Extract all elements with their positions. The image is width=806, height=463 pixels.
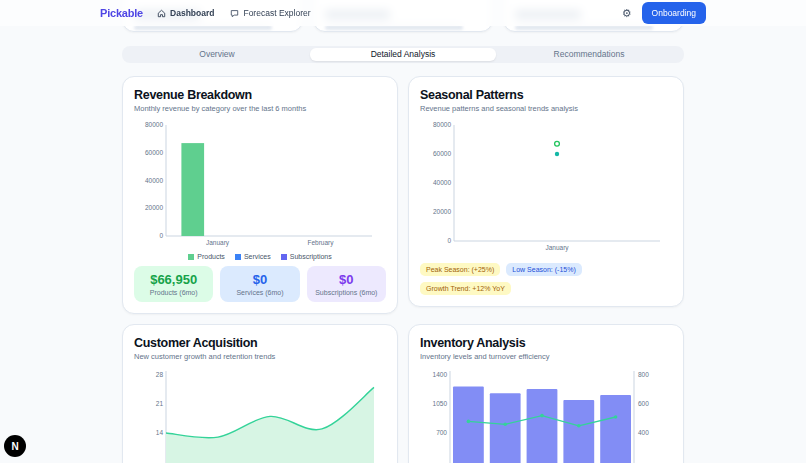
customer-area-chart: 142128 <box>134 367 386 463</box>
stat-products: $66,950 Products (6mo) <box>134 266 213 302</box>
svg-text:February: February <box>307 239 334 247</box>
customer-acquisition-card: Customer Acquisition New customer growth… <box>122 324 398 463</box>
stat-services-label: Services (6mo) <box>222 289 297 296</box>
svg-text:21: 21 <box>156 400 164 407</box>
app-logo[interactable]: Pickable <box>100 7 143 19</box>
nextjs-dev-button[interactable]: N <box>4 435 26 457</box>
legend-swatch <box>235 254 241 260</box>
legend-swatch <box>188 254 194 260</box>
stat-services: $0 Services (6mo) <box>220 266 299 302</box>
svg-text:1400: 1400 <box>433 371 448 378</box>
card-subtitle: New customer growth and retention trends <box>134 352 386 361</box>
nav-dashboard[interactable]: Dashboard <box>157 8 214 18</box>
card-subtitle: Revenue patterns and seasonal trends ana… <box>420 104 672 113</box>
inventory-bar-line-chart: 70010501400400600800 <box>420 367 672 463</box>
svg-text:28: 28 <box>156 371 164 378</box>
svg-text:20000: 20000 <box>145 204 163 211</box>
onboarding-button[interactable]: Onboarding <box>642 2 706 24</box>
charts-grid: Revenue Breakdown Monthly revenue by cat… <box>122 76 684 463</box>
seasonal-patterns-card: Seasonal Patterns Revenue patterns and s… <box>408 76 684 307</box>
growth-trend-badge: Growth Trend: +12% YoY <box>420 282 511 295</box>
inventory-analysis-card: Inventory Analysis Inventory levels and … <box>408 324 684 463</box>
svg-text:80000: 80000 <box>145 121 163 128</box>
analysis-tabs: Overview Detailed Analysis Recommendatio… <box>122 46 684 63</box>
seasonal-scatter-chart: 020000400006000080000January <box>420 119 672 259</box>
tab-overview[interactable]: Overview <box>124 48 310 61</box>
card-title: Revenue Breakdown <box>134 88 386 102</box>
seasonal-badges-row: Peak Season: (+25%) Low Season: (-15%) G… <box>420 263 672 295</box>
svg-text:40000: 40000 <box>145 177 163 184</box>
card-title: Seasonal Patterns <box>420 88 672 102</box>
svg-text:60000: 60000 <box>433 150 451 157</box>
svg-text:400: 400 <box>638 429 649 436</box>
revenue-bar-chart: 020000400006000080000JanuaryFebruary <box>134 119 386 251</box>
nav-forecast-explorer-label: Forecast Explorer <box>243 8 310 18</box>
settings-gear-icon[interactable]: ⚙ <box>622 8 632 19</box>
tab-detailed-analysis[interactable]: Detailed Analysis <box>310 48 496 61</box>
svg-text:January: January <box>206 239 230 247</box>
svg-text:January: January <box>545 244 569 252</box>
svg-text:0: 0 <box>159 232 163 239</box>
legend-swatch <box>281 254 287 260</box>
stat-subscriptions: $0 Subscriptions (6mo) <box>307 266 386 302</box>
revenue-breakdown-card: Revenue Breakdown Monthly revenue by cat… <box>122 76 398 314</box>
svg-text:700: 700 <box>436 429 447 436</box>
peak-season-badge: Peak Season: (+25%) <box>420 263 500 276</box>
svg-text:800: 800 <box>638 371 649 378</box>
svg-text:0: 0 <box>447 237 451 244</box>
card-title: Customer Acquisition <box>134 336 386 350</box>
nav-dashboard-label: Dashboard <box>170 8 214 18</box>
dashboard-content: Overview Detailed Analysis Recommendatio… <box>122 0 684 463</box>
tab-recommendations[interactable]: Recommendations <box>496 48 682 61</box>
stat-subscriptions-value: $0 <box>309 272 384 287</box>
legend-item: Subscriptions <box>281 253 332 260</box>
card-subtitle: Monthly revenue by category over the las… <box>134 104 386 113</box>
app-header: Pickable Dashboard Forecast Explorer ⚙ O… <box>0 0 806 26</box>
stat-subscriptions-label: Subscriptions (6mo) <box>309 289 384 296</box>
svg-text:60000: 60000 <box>145 149 163 156</box>
low-season-badge: Low Season: (-15%) <box>506 263 581 276</box>
stat-products-value: $66,950 <box>136 272 211 287</box>
card-title: Inventory Analysis <box>420 336 672 350</box>
svg-text:600: 600 <box>638 400 649 407</box>
chat-bubble-icon <box>230 9 239 18</box>
home-icon <box>157 9 166 18</box>
stat-services-value: $0 <box>222 272 297 287</box>
revenue-stats-row: $66,950 Products (6mo) $0 Services (6mo)… <box>134 266 386 302</box>
revenue-chart-legend: ProductsServicesSubscriptions <box>134 253 386 260</box>
svg-text:20000: 20000 <box>433 208 451 215</box>
stat-products-label: Products (6mo) <box>136 289 211 296</box>
svg-text:80000: 80000 <box>433 121 451 128</box>
svg-text:1050: 1050 <box>433 400 448 407</box>
card-subtitle: Inventory levels and turnover efficiency <box>420 352 672 361</box>
nav-forecast-explorer[interactable]: Forecast Explorer <box>230 8 310 18</box>
svg-text:40000: 40000 <box>433 179 451 186</box>
legend-item: Services <box>235 253 271 260</box>
main-nav: Dashboard Forecast Explorer <box>157 8 311 18</box>
legend-item: Products <box>188 253 225 260</box>
svg-text:14: 14 <box>156 429 164 436</box>
